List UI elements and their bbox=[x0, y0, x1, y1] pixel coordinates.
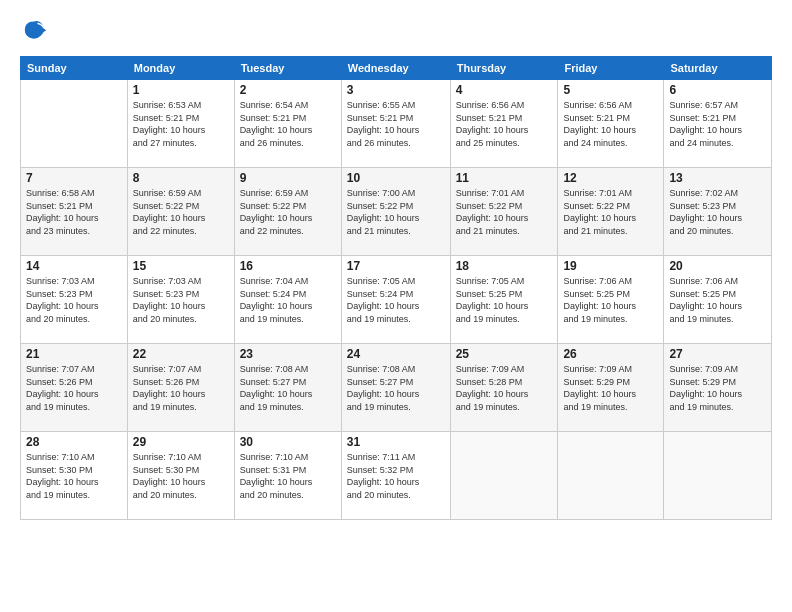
day-info: Sunrise: 7:09 AM Sunset: 5:28 PM Dayligh… bbox=[456, 363, 553, 413]
calendar-cell: 19Sunrise: 7:06 AM Sunset: 5:25 PM Dayli… bbox=[558, 256, 664, 344]
week-row-2: 7Sunrise: 6:58 AM Sunset: 5:21 PM Daylig… bbox=[21, 168, 772, 256]
calendar-cell: 7Sunrise: 6:58 AM Sunset: 5:21 PM Daylig… bbox=[21, 168, 128, 256]
day-number: 29 bbox=[133, 435, 229, 449]
day-info: Sunrise: 7:04 AM Sunset: 5:24 PM Dayligh… bbox=[240, 275, 336, 325]
calendar-cell: 30Sunrise: 7:10 AM Sunset: 5:31 PM Dayli… bbox=[234, 432, 341, 520]
calendar-cell: 24Sunrise: 7:08 AM Sunset: 5:27 PM Dayli… bbox=[341, 344, 450, 432]
day-number: 17 bbox=[347, 259, 445, 273]
week-row-5: 28Sunrise: 7:10 AM Sunset: 5:30 PM Dayli… bbox=[21, 432, 772, 520]
day-header-friday: Friday bbox=[558, 57, 664, 80]
day-number: 1 bbox=[133, 83, 229, 97]
day-info: Sunrise: 7:07 AM Sunset: 5:26 PM Dayligh… bbox=[133, 363, 229, 413]
day-number: 25 bbox=[456, 347, 553, 361]
day-info: Sunrise: 6:55 AM Sunset: 5:21 PM Dayligh… bbox=[347, 99, 445, 149]
calendar-cell: 4Sunrise: 6:56 AM Sunset: 5:21 PM Daylig… bbox=[450, 80, 558, 168]
calendar-cell: 21Sunrise: 7:07 AM Sunset: 5:26 PM Dayli… bbox=[21, 344, 128, 432]
calendar-cell: 29Sunrise: 7:10 AM Sunset: 5:30 PM Dayli… bbox=[127, 432, 234, 520]
day-number: 13 bbox=[669, 171, 766, 185]
calendar-cell: 10Sunrise: 7:00 AM Sunset: 5:22 PM Dayli… bbox=[341, 168, 450, 256]
calendar-cell: 25Sunrise: 7:09 AM Sunset: 5:28 PM Dayli… bbox=[450, 344, 558, 432]
day-info: Sunrise: 6:56 AM Sunset: 5:21 PM Dayligh… bbox=[563, 99, 658, 149]
day-info: Sunrise: 7:08 AM Sunset: 5:27 PM Dayligh… bbox=[347, 363, 445, 413]
logo-icon bbox=[20, 18, 48, 46]
day-number: 20 bbox=[669, 259, 766, 273]
calendar-cell: 15Sunrise: 7:03 AM Sunset: 5:23 PM Dayli… bbox=[127, 256, 234, 344]
day-info: Sunrise: 6:58 AM Sunset: 5:21 PM Dayligh… bbox=[26, 187, 122, 237]
calendar-cell: 11Sunrise: 7:01 AM Sunset: 5:22 PM Dayli… bbox=[450, 168, 558, 256]
calendar-cell bbox=[450, 432, 558, 520]
day-info: Sunrise: 7:05 AM Sunset: 5:25 PM Dayligh… bbox=[456, 275, 553, 325]
calendar-cell: 26Sunrise: 7:09 AM Sunset: 5:29 PM Dayli… bbox=[558, 344, 664, 432]
page: SundayMondayTuesdayWednesdayThursdayFrid… bbox=[0, 0, 792, 612]
day-number: 10 bbox=[347, 171, 445, 185]
day-info: Sunrise: 7:08 AM Sunset: 5:27 PM Dayligh… bbox=[240, 363, 336, 413]
header bbox=[20, 18, 772, 46]
calendar-header-row: SundayMondayTuesdayWednesdayThursdayFrid… bbox=[21, 57, 772, 80]
day-header-thursday: Thursday bbox=[450, 57, 558, 80]
calendar-cell bbox=[558, 432, 664, 520]
day-number: 8 bbox=[133, 171, 229, 185]
day-header-sunday: Sunday bbox=[21, 57, 128, 80]
calendar-cell: 17Sunrise: 7:05 AM Sunset: 5:24 PM Dayli… bbox=[341, 256, 450, 344]
calendar-cell: 22Sunrise: 7:07 AM Sunset: 5:26 PM Dayli… bbox=[127, 344, 234, 432]
day-number: 9 bbox=[240, 171, 336, 185]
calendar-cell: 23Sunrise: 7:08 AM Sunset: 5:27 PM Dayli… bbox=[234, 344, 341, 432]
day-header-tuesday: Tuesday bbox=[234, 57, 341, 80]
week-row-1: 1Sunrise: 6:53 AM Sunset: 5:21 PM Daylig… bbox=[21, 80, 772, 168]
day-info: Sunrise: 7:05 AM Sunset: 5:24 PM Dayligh… bbox=[347, 275, 445, 325]
day-info: Sunrise: 6:54 AM Sunset: 5:21 PM Dayligh… bbox=[240, 99, 336, 149]
day-info: Sunrise: 7:01 AM Sunset: 5:22 PM Dayligh… bbox=[456, 187, 553, 237]
calendar-cell bbox=[21, 80, 128, 168]
week-row-3: 14Sunrise: 7:03 AM Sunset: 5:23 PM Dayli… bbox=[21, 256, 772, 344]
day-number: 16 bbox=[240, 259, 336, 273]
day-info: Sunrise: 7:10 AM Sunset: 5:30 PM Dayligh… bbox=[133, 451, 229, 501]
day-info: Sunrise: 7:07 AM Sunset: 5:26 PM Dayligh… bbox=[26, 363, 122, 413]
calendar-cell: 12Sunrise: 7:01 AM Sunset: 5:22 PM Dayli… bbox=[558, 168, 664, 256]
day-header-monday: Monday bbox=[127, 57, 234, 80]
calendar-cell: 2Sunrise: 6:54 AM Sunset: 5:21 PM Daylig… bbox=[234, 80, 341, 168]
day-info: Sunrise: 7:06 AM Sunset: 5:25 PM Dayligh… bbox=[563, 275, 658, 325]
day-number: 4 bbox=[456, 83, 553, 97]
day-header-wednesday: Wednesday bbox=[341, 57, 450, 80]
day-number: 14 bbox=[26, 259, 122, 273]
day-info: Sunrise: 7:03 AM Sunset: 5:23 PM Dayligh… bbox=[26, 275, 122, 325]
calendar-cell: 20Sunrise: 7:06 AM Sunset: 5:25 PM Dayli… bbox=[664, 256, 772, 344]
calendar-cell: 28Sunrise: 7:10 AM Sunset: 5:30 PM Dayli… bbox=[21, 432, 128, 520]
day-number: 18 bbox=[456, 259, 553, 273]
day-number: 15 bbox=[133, 259, 229, 273]
day-info: Sunrise: 6:59 AM Sunset: 5:22 PM Dayligh… bbox=[240, 187, 336, 237]
day-number: 2 bbox=[240, 83, 336, 97]
day-number: 26 bbox=[563, 347, 658, 361]
day-info: Sunrise: 7:10 AM Sunset: 5:30 PM Dayligh… bbox=[26, 451, 122, 501]
day-number: 24 bbox=[347, 347, 445, 361]
calendar-cell: 13Sunrise: 7:02 AM Sunset: 5:23 PM Dayli… bbox=[664, 168, 772, 256]
calendar-cell: 3Sunrise: 6:55 AM Sunset: 5:21 PM Daylig… bbox=[341, 80, 450, 168]
day-info: Sunrise: 7:03 AM Sunset: 5:23 PM Dayligh… bbox=[133, 275, 229, 325]
calendar-cell: 14Sunrise: 7:03 AM Sunset: 5:23 PM Dayli… bbox=[21, 256, 128, 344]
calendar-cell bbox=[664, 432, 772, 520]
day-number: 31 bbox=[347, 435, 445, 449]
day-info: Sunrise: 7:09 AM Sunset: 5:29 PM Dayligh… bbox=[669, 363, 766, 413]
day-info: Sunrise: 7:11 AM Sunset: 5:32 PM Dayligh… bbox=[347, 451, 445, 501]
day-info: Sunrise: 6:56 AM Sunset: 5:21 PM Dayligh… bbox=[456, 99, 553, 149]
day-number: 5 bbox=[563, 83, 658, 97]
day-info: Sunrise: 7:09 AM Sunset: 5:29 PM Dayligh… bbox=[563, 363, 658, 413]
calendar-cell: 27Sunrise: 7:09 AM Sunset: 5:29 PM Dayli… bbox=[664, 344, 772, 432]
day-number: 19 bbox=[563, 259, 658, 273]
calendar-cell: 6Sunrise: 6:57 AM Sunset: 5:21 PM Daylig… bbox=[664, 80, 772, 168]
week-row-4: 21Sunrise: 7:07 AM Sunset: 5:26 PM Dayli… bbox=[21, 344, 772, 432]
day-info: Sunrise: 6:59 AM Sunset: 5:22 PM Dayligh… bbox=[133, 187, 229, 237]
day-info: Sunrise: 7:01 AM Sunset: 5:22 PM Dayligh… bbox=[563, 187, 658, 237]
day-info: Sunrise: 7:00 AM Sunset: 5:22 PM Dayligh… bbox=[347, 187, 445, 237]
day-info: Sunrise: 6:57 AM Sunset: 5:21 PM Dayligh… bbox=[669, 99, 766, 149]
day-number: 7 bbox=[26, 171, 122, 185]
day-number: 21 bbox=[26, 347, 122, 361]
day-number: 3 bbox=[347, 83, 445, 97]
day-number: 22 bbox=[133, 347, 229, 361]
day-number: 12 bbox=[563, 171, 658, 185]
day-info: Sunrise: 7:10 AM Sunset: 5:31 PM Dayligh… bbox=[240, 451, 336, 501]
logo bbox=[20, 18, 52, 46]
day-number: 11 bbox=[456, 171, 553, 185]
day-info: Sunrise: 7:02 AM Sunset: 5:23 PM Dayligh… bbox=[669, 187, 766, 237]
calendar-cell: 31Sunrise: 7:11 AM Sunset: 5:32 PM Dayli… bbox=[341, 432, 450, 520]
